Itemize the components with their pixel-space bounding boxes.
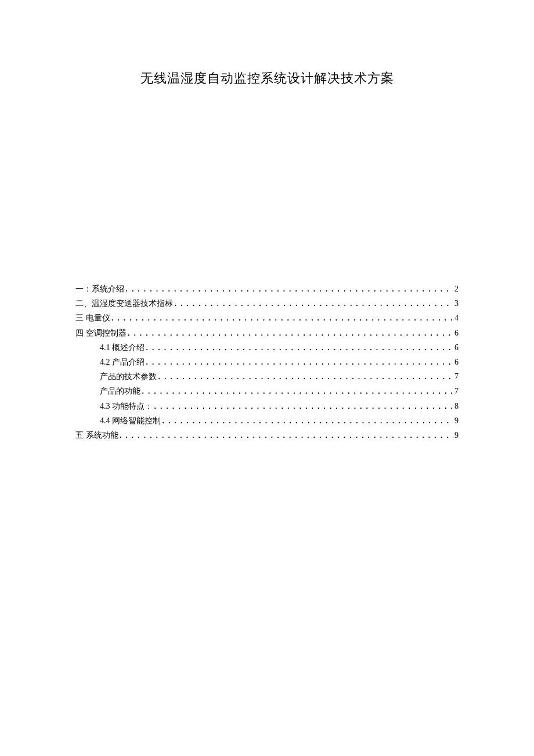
toc-leader-dots (173, 296, 453, 311)
toc-leader-dots (140, 384, 453, 398)
toc-leader-dots (145, 340, 453, 355)
toc-label: 4.4 网络智能控制 (100, 413, 161, 428)
toc-leader-dots (127, 326, 454, 340)
toc-entry: 产品的技术参数 7 (75, 369, 459, 384)
toc-label: 五 系统功能 (75, 428, 118, 442)
toc-page-number: 6 (453, 326, 459, 340)
toc-leader-dots (118, 428, 454, 442)
toc-entry: 4.3 功能特点： 8 (75, 399, 459, 413)
toc-page-number: 7 (453, 369, 459, 384)
toc-leader-dots (145, 355, 453, 369)
toc-page-number: 4 (453, 311, 459, 325)
toc-page-number: 8 (453, 399, 459, 413)
toc-entry: 一：系统介绍 2 (75, 282, 459, 296)
toc-leader-dots (157, 369, 453, 384)
toc-entry: 4.1 概述介绍 6 (75, 340, 459, 355)
toc-entry: 五 系统功能 9 (75, 428, 459, 442)
toc-label: 二、温湿度变送器技术指标 (75, 296, 173, 311)
toc-label: 4.1 概述介绍 (100, 340, 145, 355)
toc-leader-dots (124, 282, 453, 296)
toc-label: 三 电量仪 (75, 311, 110, 325)
toc-label: 4.2 产品介绍 (100, 355, 145, 369)
toc-page-number: 2 (453, 282, 459, 296)
document-page: 无线温湿度自动监控系统设计解决技术方案 一：系统介绍 2 二、温湿度变送器技术指… (0, 0, 534, 442)
toc-page-number: 9 (453, 413, 459, 428)
toc-leader-dots (153, 399, 453, 413)
toc-entry: 产品的功能 7 (75, 384, 459, 398)
toc-entry: 二、温湿度变送器技术指标 3 (75, 296, 459, 311)
document-title: 无线温湿度自动监控系统设计解决技术方案 (75, 70, 459, 87)
toc-leader-dots (110, 311, 454, 325)
toc-label: 四 空调控制器 (75, 326, 127, 340)
toc-entry: 4.2 产品介绍 6 (75, 355, 459, 369)
table-of-contents: 一：系统介绍 2 二、温湿度变送器技术指标 3 三 电量仪 4 四 空调控制器 … (75, 282, 459, 442)
toc-label: 产品的功能 (100, 384, 140, 398)
toc-leader-dots (161, 413, 453, 428)
toc-label: 一：系统介绍 (75, 282, 124, 296)
toc-label: 4.3 功能特点： (100, 399, 153, 413)
toc-entry: 四 空调控制器 6 (75, 326, 459, 340)
toc-page-number: 9 (453, 428, 459, 442)
toc-entry: 三 电量仪 4 (75, 311, 459, 325)
toc-page-number: 6 (453, 355, 459, 369)
toc-entry: 4.4 网络智能控制 9 (75, 413, 459, 428)
toc-page-number: 6 (453, 340, 459, 355)
toc-label: 产品的技术参数 (100, 369, 157, 384)
toc-page-number: 7 (453, 384, 459, 398)
toc-page-number: 3 (453, 296, 459, 311)
